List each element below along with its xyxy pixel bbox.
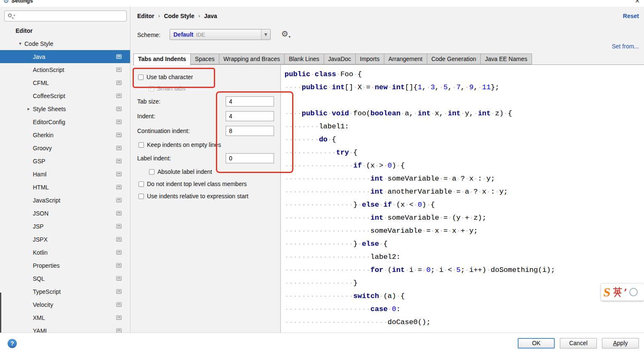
do-not-indent-top-level-checkbox[interactable] [138, 181, 144, 187]
language-settings-icon [116, 211, 122, 216]
tab-blank-lines[interactable]: Blank Lines [284, 53, 324, 64]
set-from-link[interactable]: Set from... [612, 43, 639, 50]
code-line: ····················int·anotherVariable·… [285, 185, 644, 198]
tab-size-input[interactable] [226, 96, 274, 106]
reset-link[interactable]: Reset [623, 13, 639, 19]
language-settings-icon [116, 263, 122, 268]
code-line: ························doCase0(); [285, 316, 644, 329]
sidebar-item-properties[interactable]: Properties [0, 259, 130, 272]
sidebar-item-editor[interactable]: Editor [0, 24, 130, 37]
codestyle-tabs: Tabs and IndentsSpacesWrapping and Brace… [133, 53, 532, 65]
sidebar-item-kotlin[interactable]: Kotlin [0, 246, 130, 259]
breadcrumb: Editor › Code Style › Java [137, 13, 217, 19]
chevron-right-icon[interactable]: ▸ [24, 106, 33, 112]
search-box[interactable]: ▾ [4, 11, 127, 21]
sidebar-item-json[interactable]: JSON [0, 207, 130, 220]
language-settings-icon [116, 172, 122, 176]
keep-indents-checkbox[interactable] [138, 142, 144, 148]
tree-scrollbar[interactable] [0, 293, 1, 333]
do-not-indent-top-level-row[interactable]: Do not indent top level class members [138, 181, 247, 187]
use-tab-character-checkbox[interactable] [138, 75, 144, 80]
tab-arrangement[interactable]: Arrangement [384, 53, 427, 64]
breadcrumb-editor[interactable]: Editor [137, 13, 154, 19]
keep-indents-row[interactable]: Keep indents on empty lines [138, 141, 221, 148]
code-preview: public·class·Foo·{····public·int[]·X·=·n… [281, 65, 644, 329]
sidebar-item-javascript[interactable]: JavaScript [0, 194, 130, 207]
tab-imports[interactable]: Imports [355, 53, 384, 64]
sidebar-item-xml[interactable]: XML [0, 311, 130, 324]
language-settings-icon [116, 80, 122, 85]
sidebar-item-label: YAML [33, 327, 48, 333]
language-settings-icon [116, 237, 122, 242]
tab-java-ee-names[interactable]: Java EE Names [480, 53, 532, 64]
tab-tabs-and-indents[interactable]: Tabs and Indents [133, 53, 191, 65]
absolute-label-indent-checkbox[interactable] [149, 169, 154, 175]
breadcrumb-java: Java [204, 13, 217, 19]
tab-wrapping-and-braces[interactable]: Wrapping and Braces [219, 53, 285, 64]
code-line: ················}·else·{ [285, 237, 644, 250]
sidebar-item-label: ActionScript [33, 67, 64, 73]
sidebar-item-label: XML [33, 314, 45, 321]
sidebar-item-sql[interactable]: SQL [0, 272, 130, 285]
sidebar-item-code-style[interactable]: ▾Code Style [0, 37, 130, 50]
scheme-dropdown-chevron-icon[interactable]: ▼ [261, 29, 270, 40]
smart-tabs-row: Smart tabs [149, 85, 186, 92]
code-line: ········do·{ [285, 133, 644, 146]
indent-input[interactable] [226, 111, 274, 121]
scheme-label: Scheme: [137, 32, 160, 38]
search-options-chevron-icon[interactable]: ▾ [13, 13, 15, 17]
sidebar-item-label: JSON [33, 210, 48, 217]
sidebar-item-cfml[interactable]: CFML [0, 76, 130, 89]
cancel-button[interactable]: Cancel [560, 338, 597, 349]
continuation-indent-input[interactable] [226, 126, 274, 136]
code-line: ········label1: [285, 120, 644, 133]
sidebar-item-html[interactable]: HTML [0, 181, 130, 194]
code-line: ····public·int[]·X·=·new·int[]{1,·3,·5,·… [285, 81, 644, 94]
close-icon[interactable]: ✕ [635, 0, 640, 4]
help-button[interactable]: ? [8, 339, 17, 348]
scheme-select[interactable]: Default IDE ▼ [170, 29, 271, 40]
tab-javadoc[interactable]: JavaDoc [324, 53, 356, 64]
use-indents-relative-checkbox[interactable] [138, 194, 144, 199]
sidebar-item-actionscript[interactable]: ActionScript [0, 63, 130, 76]
sidebar-item-jspx[interactable]: JSPX [0, 233, 130, 246]
sidebar-item-gherkin[interactable]: Gherkin [0, 128, 130, 141]
use-tab-character-row[interactable]: Use tab character [138, 74, 193, 80]
ime-english-mode-icon [612, 287, 623, 298]
language-settings-icon [116, 54, 122, 59]
breadcrumb-code-style[interactable]: Code Style [164, 13, 194, 19]
code-line: ················}·else·if·(x·<·0)·{ [285, 198, 644, 211]
tab-code-generation[interactable]: Code Generation [427, 53, 481, 64]
sidebar-item-groovy[interactable]: Groovy [0, 141, 130, 154]
language-settings-icon [116, 159, 122, 163]
sidebar-item-jsp[interactable]: JSP [0, 220, 130, 233]
smart-tabs-checkbox [149, 86, 154, 91]
sidebar-item-typescript[interactable]: TypeScript [0, 285, 130, 298]
sidebar-item-gsp[interactable]: GSP [0, 154, 130, 168]
sidebar-item-coffeescript[interactable]: CoffeeScript [0, 89, 130, 102]
sidebar-item-velocity[interactable]: Velocity [0, 298, 130, 311]
sidebar-item-haml[interactable]: Haml [0, 168, 130, 181]
chevron-down-icon[interactable]: ▾ [16, 41, 24, 46]
sidebar-item-label: JSP [33, 223, 44, 230]
label-indent-input[interactable] [226, 153, 274, 163]
sidebar-item-style-sheets[interactable]: ▸Style Sheets [0, 102, 130, 115]
main-panel: Editor › Code Style › Java Reset Scheme:… [131, 7, 644, 333]
tab-spaces[interactable]: Spaces [190, 53, 219, 64]
search-input[interactable] [20, 12, 126, 21]
scheme-gear-icon[interactable]: ⚙ [281, 29, 290, 38]
sidebar-item-label: Style Sheets [33, 106, 66, 112]
sidebar-item-editorconfig[interactable]: EditorConfig [0, 115, 130, 128]
code-line: ····················label2: [285, 250, 644, 264]
language-settings-icon [116, 146, 122, 150]
ok-button[interactable]: OK [518, 338, 555, 349]
sidebar-item-yaml[interactable]: YAML [0, 324, 130, 333]
apply-button[interactable]: Apply [602, 338, 639, 349]
settings-window-icon: ⚙ [3, 0, 9, 5]
sidebar-item-java[interactable]: Java [0, 50, 130, 63]
language-settings-icon [116, 276, 122, 281]
scheme-selected-value: Default [173, 31, 193, 38]
language-settings-icon [116, 198, 122, 202]
use-indents-relative-row[interactable]: Use indents relative to expression start [138, 193, 248, 200]
absolute-label-indent-row[interactable]: Absolute label indent [149, 168, 212, 175]
